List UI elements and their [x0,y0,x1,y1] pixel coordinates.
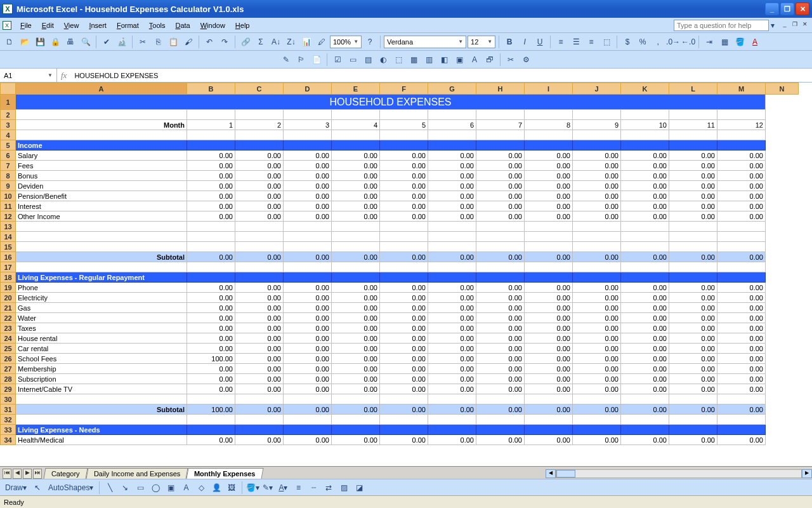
cell[interactable] [284,222,332,232]
currency-icon[interactable]: $ [620,35,634,49]
month-cell[interactable]: 8 [525,120,573,130]
value-cell[interactable]: 0.00 [428,293,476,303]
cell[interactable] [525,262,573,272]
align-center-icon[interactable]: ☰ [569,35,583,49]
value-cell[interactable]: 0.00 [235,303,284,313]
value-cell[interactable]: 0.00 [235,161,284,171]
cell[interactable] [766,283,799,293]
cell[interactable] [16,242,187,252]
value-cell[interactable]: 0.00 [332,364,380,374]
value-cell[interactable]: 0.00 [284,161,332,171]
row-label[interactable]: Gas [16,303,187,313]
cell[interactable] [766,232,799,242]
cell[interactable] [573,110,621,120]
value-cell[interactable]: 0.00 [380,384,428,394]
month-cell[interactable]: 10 [621,120,669,130]
value-cell[interactable]: 0.00 [284,323,332,333]
autosum-icon[interactable]: Σ [254,35,268,49]
value-cell[interactable]: 0.00 [235,283,284,293]
tool-icon[interactable]: ▥ [422,53,436,67]
value-cell[interactable]: 0.00 [428,313,476,323]
doc-restore-button[interactable]: ❐ [790,21,799,30]
sheet-tab[interactable]: Monthly Expenses [187,468,264,479]
value-cell[interactable]: 0.00 [525,211,573,222]
fx-icon[interactable]: fx [57,70,70,81]
tool-icon[interactable]: ⬚ [391,53,405,67]
cell[interactable] [573,262,621,272]
value-cell[interactable]: 0.00 [717,293,766,303]
permission-icon[interactable]: 🔒 [48,35,62,49]
value-cell[interactable]: 0.00 [621,333,669,344]
textbox-icon[interactable]: ▣ [164,481,178,495]
value-cell[interactable]: 0.00 [525,201,573,211]
value-cell[interactable]: 0.00 [476,435,525,445]
row-header[interactable]: 28 [1,374,16,384]
value-cell[interactable]: 0.00 [717,161,766,171]
value-cell[interactable]: 0.00 [525,150,573,161]
cell[interactable] [766,95,799,110]
cell[interactable] [525,232,573,242]
value-cell[interactable]: 0.00 [669,364,717,374]
row-label[interactable]: Electricity [16,293,187,303]
cell[interactable] [187,130,235,140]
cell[interactable] [525,222,573,232]
row-label[interactable]: House rental [16,333,187,344]
value-cell[interactable]: 0.00 [332,161,380,171]
cell[interactable] [766,364,799,374]
cell[interactable] [766,272,799,283]
help-dropdown-icon[interactable]: ▾ [769,18,776,32]
cell[interactable] [284,232,332,242]
row-label[interactable]: Water [16,313,187,323]
value-cell[interactable]: 0.00 [380,293,428,303]
cell[interactable] [380,272,428,283]
cut-icon[interactable]: ✂ [136,35,150,49]
cell[interactable] [476,110,525,120]
value-cell[interactable]: 0.00 [284,171,332,181]
value-cell[interactable]: 0.00 [669,384,717,394]
autoshapes-menu[interactable]: AutoShapes ▾ [46,481,96,495]
value-cell[interactable]: 0.00 [187,201,235,211]
cell[interactable] [669,110,717,120]
cell[interactable] [573,130,621,140]
section-header[interactable]: Income [16,140,187,150]
value-cell[interactable]: 0.00 [332,201,380,211]
subtotal-cell[interactable]: 0.00 [235,252,284,262]
month-cell[interactable]: 9 [573,120,621,130]
cell[interactable] [717,425,766,435]
value-cell[interactable]: 0.00 [525,323,573,333]
diagram-icon[interactable]: ◇ [194,481,208,495]
cell[interactable] [332,272,380,283]
value-cell[interactable]: 0.00 [621,374,669,384]
cell[interactable] [235,242,284,252]
value-cell[interactable]: 0.00 [428,161,476,171]
value-cell[interactable]: 0.00 [476,283,525,293]
value-cell[interactable]: 0.00 [669,293,717,303]
value-cell[interactable]: 0.00 [717,171,766,181]
col-header[interactable]: I [525,83,573,95]
name-box[interactable]: A1▼ [0,69,57,82]
sort-desc-icon[interactable]: Z↓ [284,35,298,49]
sheet-title[interactable]: HOUSEHOLD EXPENSES [16,95,766,110]
value-cell[interactable]: 0.00 [235,354,284,364]
value-cell[interactable]: 0.00 [573,313,621,323]
month-label[interactable]: Month [16,120,187,130]
cell[interactable] [476,415,525,425]
value-cell[interactable]: 0.00 [332,333,380,344]
value-cell[interactable]: 0.00 [525,435,573,445]
oval-icon[interactable]: ◯ [148,481,162,495]
subtotal-cell[interactable]: 0.00 [717,252,766,262]
row-label[interactable]: Deviden [16,181,187,191]
indent-icon[interactable]: ⇥ [702,35,716,49]
cell[interactable] [476,394,525,404]
minimize-button[interactable]: _ [765,3,779,15]
col-header[interactable]: N [766,83,799,95]
cell[interactable] [235,130,284,140]
sheet-tab[interactable]: Daily Income and Expenses [86,468,188,479]
value-cell[interactable]: 0.00 [621,201,669,211]
value-cell[interactable]: 0.00 [717,364,766,374]
cell[interactable] [766,252,799,262]
value-cell[interactable]: 0.00 [235,435,284,445]
cell[interactable] [284,110,332,120]
value-cell[interactable]: 0.00 [525,354,573,364]
value-cell[interactable]: 0.00 [428,150,476,161]
